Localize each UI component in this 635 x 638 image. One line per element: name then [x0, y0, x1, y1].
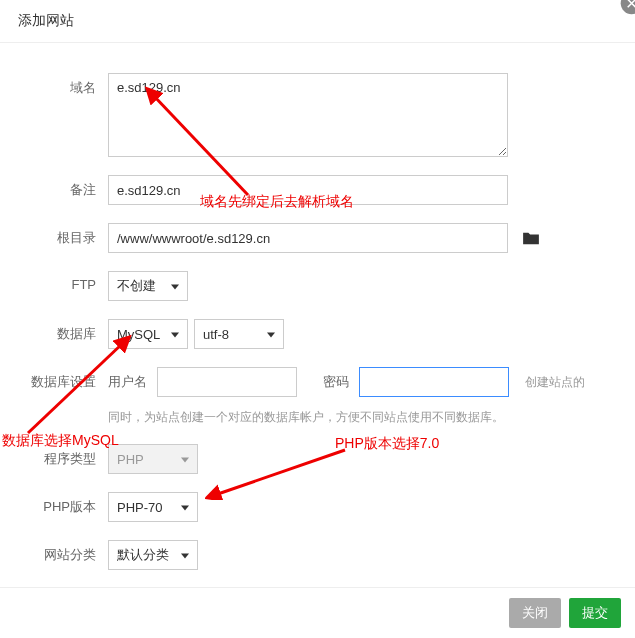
create-hint: 创建站点的 — [525, 374, 585, 391]
remark-input[interactable] — [108, 175, 508, 205]
db-charset-select[interactable]: utf-8 — [194, 319, 284, 349]
phpver-select[interactable]: PHP-70 — [108, 492, 198, 522]
program-select: PHP — [108, 444, 198, 474]
dbpw-input[interactable] — [359, 367, 509, 397]
footer: 关闭 提交 — [0, 587, 635, 638]
domain-input[interactable]: e.sd129.cn — [108, 73, 508, 157]
ftp-select[interactable]: 不创建 — [108, 271, 188, 301]
form: 域名 e.sd129.cn 备注 根目录 FTP 不创建 数据库 MySQL u… — [0, 43, 635, 598]
domain-label: 域名 — [18, 73, 108, 97]
folder-icon[interactable] — [522, 231, 540, 245]
db-helper-text: 同时，为站点创建一个对应的数据库帐户，方便不同站点使用不同数据库。 — [108, 409, 617, 426]
dbuser-input[interactable] — [157, 367, 297, 397]
phpver-label: PHP版本 — [18, 492, 108, 516]
program-label: 程序类型 — [18, 444, 108, 468]
category-label: 网站分类 — [18, 540, 108, 564]
dbpw-label: 密码 — [323, 373, 349, 391]
dbset-label: 数据库设置 — [18, 367, 108, 391]
root-input[interactable] — [108, 223, 508, 253]
submit-button[interactable]: 提交 — [569, 598, 621, 628]
category-select[interactable]: 默认分类 — [108, 540, 198, 570]
root-label: 根目录 — [18, 223, 108, 247]
db-engine-select[interactable]: MySQL — [108, 319, 188, 349]
remark-label: 备注 — [18, 175, 108, 199]
ftp-label: FTP — [18, 271, 108, 292]
dbuser-label: 用户名 — [108, 373, 147, 391]
cancel-button[interactable]: 关闭 — [509, 598, 561, 628]
dialog-title: 添加网站 — [0, 0, 635, 43]
db-label: 数据库 — [18, 319, 108, 343]
